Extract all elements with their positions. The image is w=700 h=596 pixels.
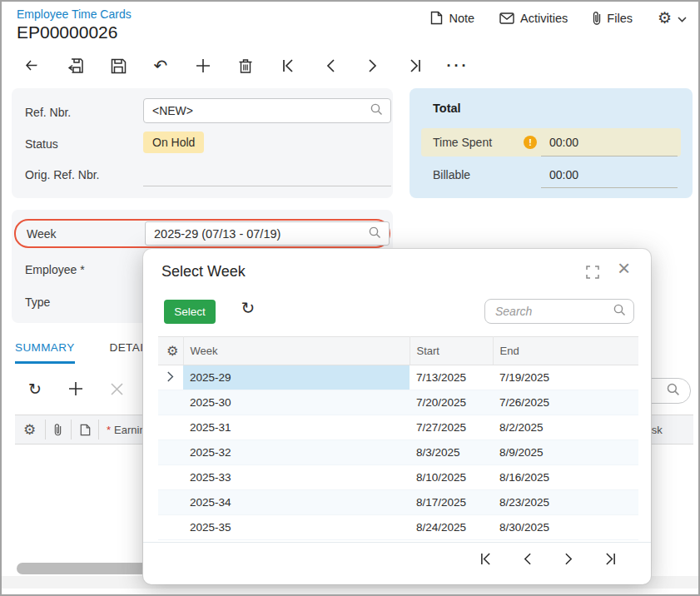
week-table-cell[interactable]: 2025-31 — [183, 415, 410, 440]
row-indicator-cell[interactable] — [158, 390, 183, 415]
grid-attachment-column-icon[interactable] — [54, 415, 62, 444]
week-table-cell[interactable]: 2025-32 — [183, 440, 410, 465]
week-table-row[interactable]: 2025-307/20/20257/26/2025 — [158, 390, 638, 415]
dialog-search-field[interactable] — [484, 299, 634, 324]
week-table-cell[interactable]: 7/19/2025 — [493, 365, 638, 390]
screen-title-link[interactable]: Employee Time Cards — [17, 7, 132, 21]
week-search-icon[interactable] — [369, 226, 381, 241]
week-table-row[interactable]: 2025-328/3/20258/9/2025 — [158, 440, 638, 465]
app-window: Employee Time Cards EP00000026 Note Acti… — [0, 0, 700, 596]
required-marker: * — [107, 424, 111, 436]
dialog-refresh-icon[interactable]: ↻ — [240, 300, 256, 316]
week-table-cell[interactable]: 2025-29 — [183, 365, 410, 390]
week-table-cell[interactable]: 8/3/2025 — [410, 440, 493, 465]
employee-label: Employee * — [25, 263, 85, 276]
week-table-cell[interactable]: 2025-35 — [183, 515, 410, 540]
week-table-cell[interactable]: 8/2/2025 — [493, 415, 638, 440]
delete-icon[interactable] — [237, 57, 254, 74]
select-button[interactable]: Select — [164, 300, 216, 324]
more-actions-icon[interactable]: ··· — [449, 57, 466, 74]
week-table-cell[interactable]: 7/27/2025 — [410, 415, 493, 440]
week-lookup-table: ⚙ Week Start End 2025-297/13/20257/19/20… — [158, 336, 638, 540]
end-column-header[interactable]: End — [493, 337, 638, 365]
row-indicator-cell[interactable] — [158, 490, 183, 515]
row-settings-column-header[interactable]: ⚙ — [158, 337, 183, 365]
week-table-row[interactable]: 2025-348/17/20258/23/2025 — [158, 490, 638, 515]
previous-page-icon[interactable] — [519, 552, 534, 567]
week-label: Week — [27, 227, 57, 241]
week-input[interactable] — [146, 227, 369, 241]
dialog-search-input[interactable] — [485, 305, 613, 318]
week-field[interactable] — [145, 221, 390, 246]
row-indicator-cell[interactable] — [158, 465, 183, 490]
back-icon[interactable] — [25, 57, 42, 74]
next-page-icon[interactable] — [561, 552, 576, 567]
first-record-icon[interactable] — [280, 57, 296, 74]
week-table-cell[interactable]: 7/20/2025 — [410, 390, 493, 415]
week-table-cell[interactable]: 8/10/2025 — [410, 465, 493, 490]
status-badge: On Hold — [143, 132, 204, 153]
next-record-icon[interactable] — [365, 57, 381, 74]
week-table-cell[interactable]: 2025-34 — [183, 490, 410, 515]
grid-header-separator — [98, 420, 99, 440]
row-indicator-cell[interactable] — [158, 515, 183, 540]
summary-card: Ref. Nbr. Status On Hold Orig. Ref. Nbr. — [12, 88, 393, 198]
week-table-cell[interactable]: 8/9/2025 — [493, 440, 638, 465]
activities-label: Activities — [520, 12, 568, 25]
start-column-header[interactable]: Start — [410, 337, 493, 365]
save-icon[interactable] — [110, 57, 127, 74]
week-table-cell[interactable]: 7/13/2025 — [410, 365, 493, 390]
status-label: Status — [25, 137, 58, 151]
week-table-row[interactable]: 2025-338/10/20258/16/2025 — [158, 465, 638, 490]
add-icon[interactable] — [195, 57, 211, 74]
week-table-cell[interactable]: 8/17/2025 — [410, 490, 493, 515]
tab-summary[interactable]: SUMMARY — [15, 341, 75, 364]
week-table-cell[interactable]: 8/16/2025 — [493, 465, 638, 490]
ref-nbr-label: Ref. Nbr. — [25, 106, 71, 119]
grid-add-row-icon[interactable] — [67, 380, 84, 397]
orig-ref-nbr-field[interactable] — [143, 163, 391, 186]
week-table-cell[interactable]: 2025-33 — [183, 465, 410, 490]
grid-note-column-icon[interactable] — [80, 415, 91, 444]
billable-underline — [541, 187, 678, 188]
week-table-row[interactable]: 2025-358/24/20258/30/2025 — [158, 515, 638, 540]
save-and-close-icon[interactable] — [67, 57, 84, 74]
last-record-icon[interactable] — [407, 57, 424, 74]
ref-nbr-field[interactable] — [143, 98, 391, 123]
grid-refresh-icon[interactable]: ↻ — [27, 380, 43, 397]
ref-nbr-search-icon[interactable] — [370, 103, 383, 118]
week-table-cell[interactable]: 2025-30 — [183, 390, 410, 415]
week-column-header[interactable]: Week — [183, 337, 410, 365]
first-page-icon[interactable] — [478, 552, 493, 567]
week-table-cell[interactable]: 8/30/2025 — [493, 515, 638, 540]
row-indicator-cell[interactable] — [158, 440, 183, 465]
settings-menu-button[interactable]: ⚙ — [658, 10, 687, 26]
grid-search-icon[interactable] — [667, 383, 680, 400]
dialog-search-icon[interactable] — [613, 304, 626, 320]
close-icon[interactable]: × — [618, 257, 630, 279]
week-table-row[interactable]: 2025-317/27/20258/2/2025 — [158, 415, 638, 440]
type-label: Type — [25, 296, 50, 309]
last-page-icon[interactable] — [603, 552, 618, 567]
grid-toolbar: ↻ — [27, 380, 125, 397]
activities-button[interactable]: Activities — [499, 12, 568, 25]
maximize-icon[interactable] — [586, 266, 599, 282]
orig-ref-nbr-label: Orig. Ref. Nbr. — [25, 168, 99, 181]
week-field-focus-outline: Week — [14, 219, 390, 248]
dialog-pagination — [143, 542, 651, 575]
ref-nbr-input[interactable] — [144, 104, 370, 117]
files-button[interactable]: Files — [593, 11, 633, 25]
row-indicator-cell[interactable] — [158, 365, 183, 390]
grid-delete-row-icon[interactable] — [108, 380, 125, 397]
row-indicator-cell[interactable] — [158, 415, 183, 440]
week-table-cell[interactable]: 7/26/2025 — [493, 390, 638, 415]
grid-settings-icon[interactable]: ⚙ — [23, 415, 36, 444]
grid-header-separator — [45, 420, 46, 440]
week-table-row[interactable]: 2025-297/13/20257/19/2025 — [158, 365, 638, 390]
note-button[interactable]: Note — [430, 11, 474, 25]
note-icon — [430, 11, 443, 25]
previous-record-icon[interactable] — [322, 57, 339, 74]
week-table-cell[interactable]: 8/23/2025 — [493, 490, 638, 515]
week-table-cell[interactable]: 8/24/2025 — [410, 515, 493, 540]
undo-icon[interactable]: ↶ — [152, 57, 169, 74]
